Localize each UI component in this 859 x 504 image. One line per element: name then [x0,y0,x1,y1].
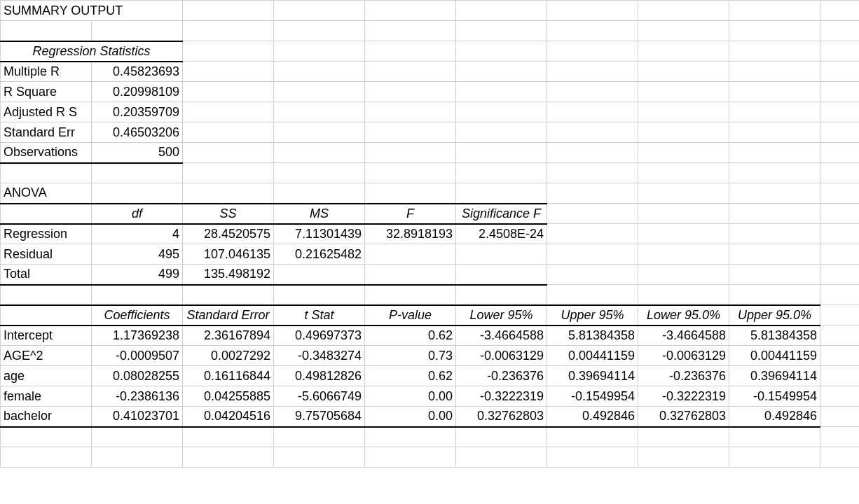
cell[interactable] [547,21,638,41]
coef-female-u95[interactable]: -0.1549954 [547,386,638,407]
cell[interactable] [1,285,92,305]
cell[interactable] [183,122,274,143]
cell[interactable] [547,163,638,183]
cell[interactable] [729,285,820,305]
anova-regression-ms[interactable]: 7.11301439 [274,224,365,244]
anova-residual-df[interactable]: 495 [92,244,183,265]
coef-age2-l95b[interactable]: -0.0063129 [638,346,729,366]
anova-header-sigf[interactable]: Significance F [456,204,547,224]
coef-intercept-l95[interactable]: -3.4664588 [456,326,547,346]
coef-age-l95[interactable]: -0.236376 [456,366,547,386]
value-std-error[interactable]: 0.46503206 [92,122,183,143]
label-r-square[interactable]: R Square [1,82,92,102]
label-std-error[interactable]: Standard Err [1,122,92,143]
value-multiple-r[interactable]: 0.45823693 [92,62,183,82]
coef-age-u95[interactable]: 0.39694114 [547,366,638,386]
cell[interactable] [638,224,729,244]
cell[interactable] [456,122,547,143]
cell[interactable] [183,183,274,204]
value-r-square[interactable]: 0.20998109 [92,82,183,102]
cell[interactable] [638,427,729,447]
cell[interactable] [365,244,456,265]
cell[interactable] [274,82,365,102]
coef-age-t[interactable]: 0.49812826 [274,366,365,386]
cell[interactable] [365,447,456,468]
coef-header-u95b[interactable]: Upper 95.0% [729,305,820,326]
cell[interactable] [547,204,638,224]
cell[interactable] [547,122,638,143]
cell[interactable] [365,265,456,285]
cell[interactable] [274,102,365,122]
cell[interactable] [1,163,92,183]
coef-female-c[interactable]: -0.2386136 [92,386,183,407]
coef-age-u95b[interactable]: 0.39694114 [729,366,820,386]
coef-bachelor-u95b[interactable]: 0.492846 [729,407,820,427]
cell[interactable] [820,265,859,285]
cell[interactable] [183,285,274,305]
cell[interactable] [92,21,183,41]
coef-intercept-u95b[interactable]: 5.81384358 [729,326,820,346]
cell[interactable] [92,447,183,468]
cell[interactable] [820,224,859,244]
coef-female-l95b[interactable]: -0.3222319 [638,386,729,407]
cell[interactable] [456,427,547,447]
cell[interactable] [456,285,547,305]
cell[interactable] [365,285,456,305]
coef-header-t[interactable]: t Stat [274,305,365,326]
cell[interactable] [365,122,456,143]
cell[interactable] [274,285,365,305]
coef-female-t[interactable]: -5.6066749 [274,386,365,407]
coef-header-l95[interactable]: Lower 95% [456,305,547,326]
anova-row-total[interactable]: Total [1,265,92,285]
cell[interactable] [456,183,547,204]
cell[interactable] [274,447,365,468]
cell[interactable] [820,407,859,427]
cell[interactable] [183,41,274,62]
cell[interactable] [729,183,820,204]
cell[interactable] [638,62,729,82]
cell[interactable] [1,427,92,447]
cell[interactable] [183,427,274,447]
cell[interactable] [1,21,92,41]
anova-regression-ss[interactable]: 28.4520575 [183,224,274,244]
cell[interactable] [820,204,859,224]
coef-female-u95b[interactable]: -0.1549954 [729,386,820,407]
cell[interactable] [365,41,456,62]
cell[interactable] [547,62,638,82]
coef-age-c[interactable]: 0.08028255 [92,366,183,386]
cell[interactable] [274,21,365,41]
cell[interactable] [729,122,820,143]
coef-age-l95b[interactable]: -0.236376 [638,366,729,386]
cell[interactable] [729,82,820,102]
cell[interactable] [92,285,183,305]
coef-header-coef[interactable]: Coefficients [92,305,183,326]
cell[interactable] [183,447,274,468]
spreadsheet-grid[interactable]: SUMMARY OUTPUT Regression Statistics Mul… [0,0,859,468]
cell[interactable] [638,143,729,163]
coef-row-age[interactable]: age [1,366,92,386]
coef-bachelor-u95[interactable]: 0.492846 [547,407,638,427]
coef-age2-t[interactable]: -0.3483274 [274,346,365,366]
cell[interactable] [274,1,365,21]
cell[interactable] [456,62,547,82]
cell[interactable] [456,265,547,285]
cell[interactable] [1,204,92,224]
anova-total-ss[interactable]: 135.498192 [183,265,274,285]
coef-intercept-p[interactable]: 0.62 [365,326,456,346]
cell[interactable] [820,326,859,346]
cell[interactable] [729,102,820,122]
cell[interactable] [365,163,456,183]
cell[interactable] [547,244,638,265]
cell[interactable] [274,122,365,143]
cell[interactable] [183,102,274,122]
cell[interactable] [638,183,729,204]
value-adj-r-square[interactable]: 0.20359709 [92,102,183,122]
cell[interactable] [547,41,638,62]
coef-age-se[interactable]: 0.16116844 [183,366,274,386]
anova-row-regression[interactable]: Regression [1,224,92,244]
cell[interactable] [183,82,274,102]
cell[interactable] [820,386,859,407]
cell[interactable] [365,102,456,122]
coef-header-u95[interactable]: Upper 95% [547,305,638,326]
coef-age2-c[interactable]: -0.0009507 [92,346,183,366]
